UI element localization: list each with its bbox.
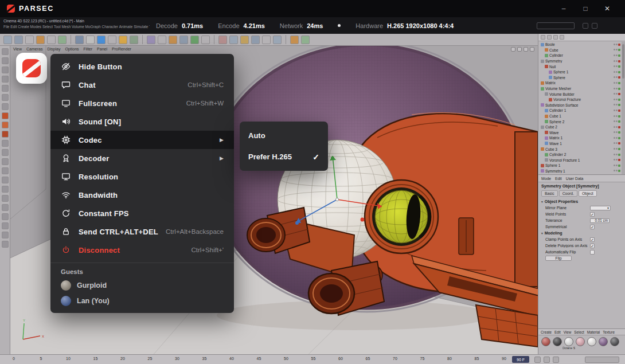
toolbar-icon-23[interactable] [273,36,282,44]
object-tag-icon[interactable] [618,44,620,46]
toolbar-icon-20[interactable] [240,36,249,44]
render-dot-icon[interactable] [616,71,618,73]
object-row[interactable]: Cylinder 1 [538,108,622,113]
mode-toolbar-icon-8[interactable] [2,122,9,128]
object-tag-icon[interactable] [618,109,620,112]
visibility-dot-icon[interactable] [614,54,615,56]
toolbar-icon-4[interactable] [47,36,56,44]
object-row[interactable]: Symmetry [538,58,622,64]
guest-row-lan-you[interactable]: Lan (You) [50,293,234,308]
visibility-dot-icon[interactable] [614,148,615,150]
toolbar-icon-16[interactable] [190,36,199,44]
visibility-dot-icon[interactable] [614,126,615,128]
c4d-chrome-button-2[interactable] [592,23,597,29]
menu-item-codec[interactable]: Codec▶ [50,131,234,149]
object-row[interactable]: Cylinder 2 [538,152,622,158]
object-row[interactable]: Cube 2 [538,124,622,130]
timeline-control-1[interactable] [534,357,541,363]
toolbar-icon-15[interactable] [179,36,188,44]
toolbar-icon-25[interactable] [301,36,310,44]
toolbar-icon-17[interactable] [201,36,210,44]
attr-tab-basic[interactable]: Basic [541,190,558,197]
object-tag-icon[interactable] [618,120,620,123]
object-tag-icon[interactable] [618,148,620,150]
mode-toolbar-icon-11[interactable] [2,149,9,156]
object-tag-icon[interactable] [618,99,620,101]
material-menu-texture[interactable]: Texture [603,330,615,334]
render-dot-icon[interactable] [616,49,618,50]
c4d-layout-dropdown[interactable] [537,22,575,29]
material-swatch[interactable] [576,337,585,346]
object-tag-icon[interactable] [618,93,620,95]
object-tag-icon[interactable] [618,165,620,167]
c4d-chrome-button[interactable] [583,23,588,29]
object-tag-icon[interactable] [618,142,620,144]
toolbar-icon-12[interactable] [147,36,155,44]
menu-item-sound-on[interactable]: Sound [ON] [50,112,234,131]
object-tag-icon[interactable] [618,60,620,62]
render-dot-icon[interactable] [616,104,618,105]
visibility-dot-icon[interactable] [614,131,615,133]
object-tag-icon[interactable] [618,115,620,118]
menu-item-bandwidth[interactable]: Bandwidth [50,186,234,204]
object-tag-icon[interactable] [618,126,620,128]
object-row[interactable]: Sphere 1 [538,69,622,75]
object-row[interactable]: Matrix 1 [538,135,622,141]
object-tag-icon[interactable] [618,65,620,68]
mode-toolbar-icon-2[interactable] [2,66,9,73]
material-swatch[interactable] [587,337,596,346]
menu-item-decoder[interactable]: Decoder▶ [50,149,234,167]
render-dot-icon[interactable] [616,65,618,67]
toolbar-icon-14[interactable] [169,36,177,44]
visibility-dot-icon[interactable] [614,60,615,62]
timeline-range-dropdown[interactable] [585,357,619,363]
c4d-timeline[interactable]: 90 F 05101520253035404550556065707580859… [0,354,625,364]
toolbar-icon-7[interactable] [86,36,95,44]
toolbar-icon-13[interactable] [158,36,166,44]
material-swatch[interactable] [610,337,619,346]
visibility-dot-icon[interactable] [614,165,615,166]
mode-toolbar-icon-5[interactable] [2,94,9,101]
menu-item-hide-button[interactable]: Hide Button [50,57,234,76]
attr-tab-object[interactable]: Object [579,190,597,197]
attr-menu-user-data[interactable]: User Data [566,177,584,181]
attr-checkbox[interactable]: ✓ [590,225,595,229]
object-tag-icon[interactable] [618,49,620,51]
viewport-menu-options[interactable]: Options [65,47,79,51]
viewport-pan-icon[interactable] [511,47,515,52]
render-dot-icon[interactable] [616,159,618,161]
object-tag-icon[interactable] [618,131,620,134]
render-dot-icon[interactable] [616,99,618,100]
object-row[interactable]: Voronoi Fracture 1 [538,157,622,163]
viewport-zoom-icon[interactable] [517,47,522,52]
visibility-dot-icon[interactable] [614,71,615,73]
attr-menu-edit[interactable]: Edit [555,177,562,181]
object-row[interactable]: Symmetry 1 [538,169,622,174]
object-tag-icon[interactable] [618,88,620,90]
mode-toolbar-icon-0[interactable] [2,48,9,55]
mode-toolbar-icon-4[interactable] [2,85,9,92]
object-manager-scrollbar[interactable] [622,42,625,174]
viewport-layout-icon[interactable] [530,47,534,52]
toolbar-icon-5[interactable] [58,36,67,44]
object-row[interactable]: Voronoi Fracture [538,97,622,103]
toolbar-icon-2[interactable] [25,36,34,44]
object-tag-icon[interactable] [618,82,620,84]
render-dot-icon[interactable] [616,115,618,117]
material-swatch[interactable] [541,337,550,346]
render-dot-icon[interactable] [616,126,618,128]
mode-toolbar-icon-10[interactable] [2,140,9,147]
visibility-dot-icon[interactable] [614,115,615,117]
material-menu-material[interactable]: Material [587,330,600,334]
attr-checkbox[interactable]: ✓ [590,212,595,217]
visibility-dot-icon[interactable] [614,120,615,122]
submenu-item-auto[interactable]: Auto [240,125,328,146]
object-row[interactable]: Cylinder [538,53,622,58]
object-tag-icon[interactable] [618,54,620,57]
object-tag-icon[interactable] [618,159,620,161]
object-row[interactable]: Wave [538,130,622,136]
attr-tab-coord[interactable]: Coord. [559,190,577,197]
toolbar-icon-19[interactable] [229,36,238,44]
om-view-icon[interactable] [560,35,564,40]
object-tag-icon[interactable] [618,76,620,79]
